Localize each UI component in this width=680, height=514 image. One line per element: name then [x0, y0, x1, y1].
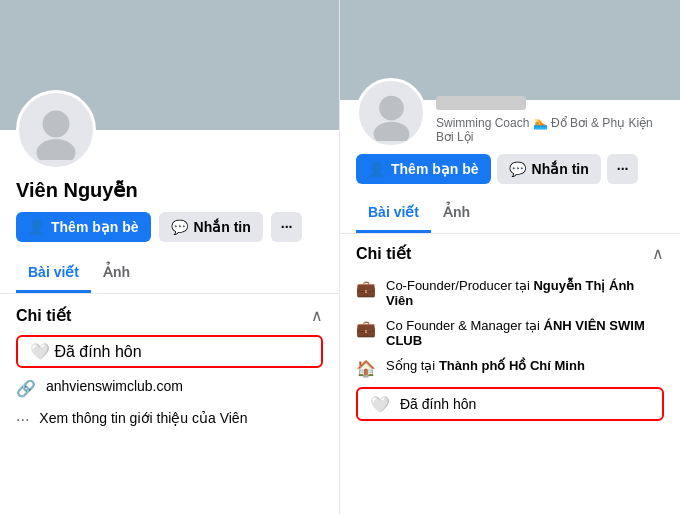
detail-text-1: Co-Founder/Producer tại Nguyễn Thị Ánh V… [386, 278, 664, 308]
add-friend-label-right: Thêm bạn bè [391, 161, 479, 177]
svg-point-3 [373, 121, 409, 140]
right-top-area: Swimming Coach 🏊 Đổ Bơi & Phụ Kiện Bơi L… [340, 70, 680, 148]
profile-name-left: Viên Nguyễn [0, 178, 339, 202]
relationship-label-right: Đã đính hôn [400, 396, 476, 412]
work-icon-1: 💼 [356, 279, 376, 298]
chevron-up-icon-left[interactable]: ∧ [311, 306, 323, 325]
add-friend-button-left[interactable]: 👤 Thêm bạn bè [16, 212, 151, 242]
section-title-right: Chi tiết ∧ [340, 244, 680, 263]
blurred-name-right [436, 96, 526, 110]
link-icon-left: 🔗 [16, 379, 36, 398]
more-button-right[interactable]: ··· [607, 154, 639, 184]
dots-icon-left: ··· [16, 411, 29, 429]
message-label-right: Nhắn tin [532, 161, 589, 177]
message-label-left: Nhắn tin [194, 219, 251, 235]
heart-icon-left: 🤍 [30, 343, 50, 360]
add-friend-icon-right: 👤 [368, 161, 385, 177]
avatar-right [356, 78, 426, 148]
action-buttons-left: 👤 Thêm bạn bè 💬 Nhắn tin ··· [0, 212, 339, 242]
relationship-label-left: Đã đính hôn [54, 343, 141, 360]
message-button-left[interactable]: 💬 Nhắn tin [159, 212, 263, 242]
add-friend-icon-left: 👤 [28, 219, 45, 235]
section-title-left: Chi tiết ∧ [0, 306, 339, 325]
svg-point-0 [43, 111, 70, 138]
tabs-right: Bài viết Ảnh [340, 194, 680, 234]
relationship-item-left: 🤍 Đã đính hôn [16, 335, 323, 368]
avatar-left [16, 90, 96, 170]
more-button-left[interactable]: ··· [271, 212, 303, 242]
intro-item-left: ··· Xem thông tin giới thiệu của Viên [0, 404, 339, 435]
website-label-left: anhvienswimclub.com [46, 378, 183, 394]
right-profile-panel: Swimming Coach 🏊 Đổ Bơi & Phụ Kiện Bơi L… [340, 0, 680, 514]
chevron-up-icon-right[interactable]: ∧ [652, 244, 664, 263]
website-item-left: 🔗 anhvienswimclub.com [0, 372, 339, 404]
detail-text-3: Sống tại Thành phố Hồ Chí Minh [386, 358, 585, 373]
detail-row-3: 🏠 Sống tại Thành phố Hồ Chí Minh [340, 353, 680, 383]
section-title-text-right: Chi tiết [356, 244, 411, 263]
work-icon-2: 💼 [356, 319, 376, 338]
messenger-icon-left: 💬 [171, 219, 188, 235]
right-subtitle: Swimming Coach 🏊 Đổ Bơi & Phụ Kiện Bơi L… [436, 116, 664, 144]
messenger-icon-right: 💬 [509, 161, 526, 177]
intro-label-left: Xem thông tin giới thiệu của Viên [39, 410, 247, 426]
add-friend-label-left: Thêm bạn bè [51, 219, 139, 235]
tab-posts-left[interactable]: Bài viết [16, 254, 91, 293]
left-profile-panel: Viên Nguyễn 👤 Thêm bạn bè 💬 Nhắn tin ···… [0, 0, 340, 514]
heart-icon-right: 🤍 [370, 395, 390, 414]
add-friend-button-right[interactable]: 👤 Thêm bạn bè [356, 154, 491, 184]
svg-point-2 [379, 95, 404, 120]
detail-row-2: 💼 Co Founder & Manager tại ÁNH VIÊN SWIM… [340, 313, 680, 353]
relationship-item-right: 🤍 Đã đính hôn [356, 387, 664, 421]
avatar-area-left [0, 90, 339, 170]
details-list-right: 💼 Co-Founder/Producer tại Nguyễn Thị Ánh… [340, 273, 680, 421]
home-icon: 🏠 [356, 359, 376, 378]
detail-row-1: 💼 Co-Founder/Producer tại Nguyễn Thị Ánh… [340, 273, 680, 313]
svg-point-1 [37, 139, 76, 160]
message-button-right[interactable]: 💬 Nhắn tin [497, 154, 601, 184]
right-profile-info: Swimming Coach 🏊 Đổ Bơi & Phụ Kiện Bơi L… [436, 96, 664, 148]
tab-photos-left[interactable]: Ảnh [91, 254, 142, 293]
section-title-text-left: Chi tiết [16, 306, 71, 325]
action-buttons-right: 👤 Thêm bạn bè 💬 Nhắn tin ··· [340, 154, 680, 184]
tab-photos-right[interactable]: Ảnh [431, 194, 482, 233]
detail-text-2: Co Founder & Manager tại ÁNH VIÊN SWIM C… [386, 318, 664, 348]
tab-posts-right[interactable]: Bài viết [356, 194, 431, 233]
tabs-left: Bài viết Ảnh [0, 254, 339, 294]
